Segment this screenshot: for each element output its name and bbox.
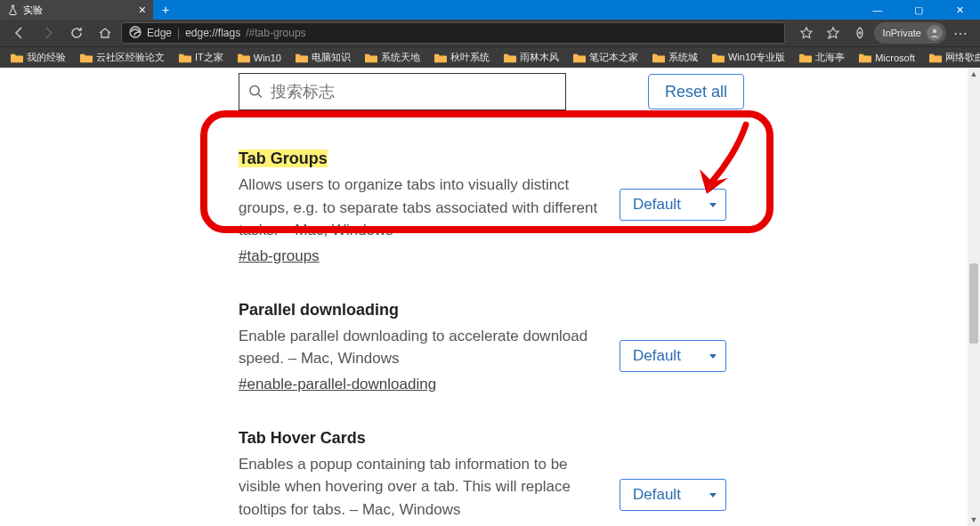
flag-entry: Tab Hover Cards Enables a popup containi… (239, 429, 737, 527)
search-input[interactable] (271, 83, 556, 101)
bookmark-label: 北海亭 (815, 51, 845, 64)
bookmark-label: 笔记本之家 (589, 51, 638, 64)
page-content: Reset all Tab Groups Allows users to org… (0, 68, 980, 526)
forward-button[interactable] (36, 20, 61, 45)
minimize-button[interactable]: — (857, 0, 898, 20)
new-tab-button[interactable]: + (153, 0, 178, 20)
flask-icon (7, 4, 18, 15)
search-input-wrapper[interactable] (239, 73, 566, 110)
bookmark-item[interactable]: Win10 (232, 51, 287, 65)
bookmark-item[interactable]: Microsoft (854, 51, 920, 65)
svg-point-1 (933, 29, 936, 33)
edge-logo-icon (129, 26, 142, 41)
back-button[interactable] (7, 20, 32, 45)
bookmark-label: 网络歌曲 (945, 51, 980, 64)
favorite-star-icon[interactable] (794, 20, 819, 45)
flag-select[interactable]: Default (620, 479, 726, 511)
search-icon (248, 84, 263, 100)
bookmark-item[interactable]: 北海亭 (794, 49, 850, 66)
flag-title: Tab Hover Cards (239, 429, 366, 447)
bookmark-item[interactable]: 电脑知识 (290, 49, 356, 66)
bookmark-label: 系统城 (668, 51, 698, 64)
inprivate-badge[interactable]: InPrivate (874, 22, 946, 44)
bookmark-item[interactable]: 网络歌曲 (924, 49, 980, 66)
close-window-button[interactable]: ✕ (939, 0, 980, 20)
flag-title: Parallel downloading (239, 301, 399, 319)
bookmark-label: 云社区经验论文 (96, 51, 165, 64)
tab-title: 实验 (23, 4, 43, 17)
flag-entry: Parallel downloading Enable parallel dow… (239, 301, 737, 393)
browser-tab[interactable]: 实验 × (0, 0, 153, 20)
more-menu-button[interactable]: ⋯ (948, 20, 973, 45)
flag-anchor[interactable]: #enable-parallel-downloading (239, 376, 436, 393)
address-separator: | (177, 27, 180, 39)
flag-description: Enables a popup containing tab informati… (239, 453, 603, 522)
collections-icon[interactable] (847, 20, 872, 45)
bookmark-label: 雨林木风 (520, 51, 559, 64)
browser-toolbar: Edge | edge://flags/#tab-groups InPrivat… (0, 20, 980, 46)
bookmark-label: 秋叶系统 (450, 51, 490, 64)
reset-all-button[interactable]: Reset all (648, 74, 744, 109)
flag-anchor[interactable]: #tab-groups (239, 247, 320, 265)
edge-label: Edge (147, 27, 172, 39)
bookmark-item[interactable]: Win10专业版 (707, 49, 790, 66)
flag-description: Allows users to organize tabs into visua… (239, 174, 603, 242)
bookmark-label: Win10 (254, 53, 281, 63)
bookmark-item[interactable]: 系统天地 (360, 49, 425, 66)
bookmark-label: Microsoft (875, 53, 915, 63)
vertical-scrollbar[interactable]: ▲ ▼ (968, 68, 980, 526)
bookmarks-bar: 我的经验云社区经验论文IT之家Win10电脑知识系统天地秋叶系统雨林木风笔记本之… (0, 46, 980, 68)
bookmark-item[interactable]: 笔记本之家 (568, 49, 644, 66)
close-tab-icon[interactable]: × (139, 4, 146, 16)
inprivate-label: InPrivate (883, 28, 921, 38)
scroll-thumb[interactable] (969, 263, 978, 344)
bookmark-label: IT之家 (195, 51, 223, 64)
bookmark-label: 我的经验 (27, 51, 66, 64)
maximize-button[interactable]: ▢ (898, 0, 939, 20)
scroll-down-arrow[interactable]: ▼ (968, 514, 980, 526)
flag-select[interactable]: Default (620, 340, 726, 372)
bookmark-item[interactable]: 雨林木风 (498, 49, 564, 66)
flag-entry: Tab Groups Allows users to organize tabs… (239, 150, 737, 265)
bookmark-item[interactable]: 系统城 (647, 49, 703, 66)
avatar-icon (927, 25, 943, 41)
bookmark-item[interactable]: 云社区经验论文 (75, 49, 170, 66)
flag-select[interactable]: Default (620, 189, 726, 221)
bookmark-item[interactable]: 我的经验 (5, 49, 71, 66)
bookmark-label: Win10专业版 (728, 51, 785, 64)
scroll-up-arrow[interactable]: ▲ (968, 68, 980, 80)
window-controls: — ▢ ✕ (857, 0, 980, 20)
address-bar[interactable]: Edge | edge://flags/#tab-groups (121, 22, 785, 44)
url-host: edge://flags (185, 27, 240, 39)
bookmark-label: 系统天地 (381, 51, 420, 64)
bookmark-item[interactable]: IT之家 (174, 49, 229, 66)
bookmark-label: 电脑知识 (312, 51, 351, 64)
url-fragment: /#tab-groups (246, 27, 305, 39)
svg-point-2 (250, 85, 259, 94)
home-button[interactable] (93, 20, 117, 45)
refresh-button[interactable] (64, 20, 89, 45)
window-titlebar: 实验 × + — ▢ ✕ (0, 0, 980, 20)
toolbar-right: InPrivate ⋯ (794, 20, 973, 45)
flag-title: Tab Groups (239, 150, 328, 167)
flag-description: Enable parallel downloading to accelerat… (239, 325, 603, 370)
bookmark-item[interactable]: 秋叶系统 (429, 49, 495, 66)
favorites-list-icon[interactable] (821, 20, 846, 45)
